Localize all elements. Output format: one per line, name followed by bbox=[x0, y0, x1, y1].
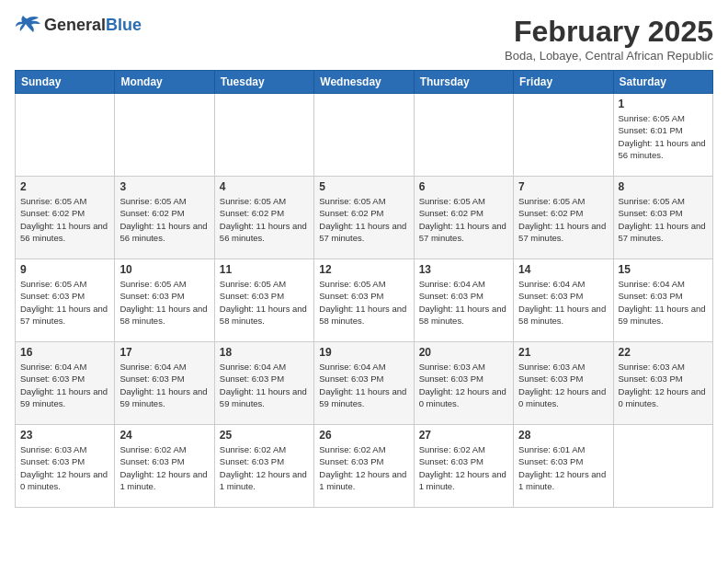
day-info: Sunrise: 6:05 AM Sunset: 6:01 PM Dayligh… bbox=[619, 112, 708, 161]
day-info: Sunrise: 6:04 AM Sunset: 6:03 PM Dayligh… bbox=[419, 278, 508, 327]
calendar-cell: 16Sunrise: 6:04 AM Sunset: 6:03 PM Dayli… bbox=[16, 342, 115, 425]
calendar-cell: 9Sunrise: 6:05 AM Sunset: 6:03 PM Daylig… bbox=[16, 259, 115, 342]
calendar-cell bbox=[16, 94, 115, 177]
day-info: Sunrise: 6:05 AM Sunset: 6:03 PM Dayligh… bbox=[220, 278, 309, 327]
logo-text: GeneralBlue bbox=[44, 16, 142, 35]
calendar-cell: 21Sunrise: 6:03 AM Sunset: 6:03 PM Dayli… bbox=[514, 342, 613, 425]
calendar-cell: 15Sunrise: 6:04 AM Sunset: 6:03 PM Dayli… bbox=[613, 259, 712, 342]
day-info: Sunrise: 6:05 AM Sunset: 6:03 PM Dayligh… bbox=[319, 278, 408, 327]
day-info: Sunrise: 6:05 AM Sunset: 6:02 PM Dayligh… bbox=[319, 195, 408, 244]
calendar-week-row: 2Sunrise: 6:05 AM Sunset: 6:02 PM Daylig… bbox=[16, 177, 713, 259]
day-number: 22 bbox=[619, 346, 708, 359]
day-info: Sunrise: 6:02 AM Sunset: 6:03 PM Dayligh… bbox=[419, 443, 508, 492]
day-number: 16 bbox=[20, 346, 109, 359]
calendar-cell: 3Sunrise: 6:05 AM Sunset: 6:02 PM Daylig… bbox=[115, 177, 214, 259]
day-info: Sunrise: 6:04 AM Sunset: 6:03 PM Dayligh… bbox=[518, 278, 608, 327]
weekday-header: Saturday bbox=[613, 71, 712, 94]
calendar-cell: 8Sunrise: 6:05 AM Sunset: 6:03 PM Daylig… bbox=[613, 177, 712, 259]
day-info: Sunrise: 6:01 AM Sunset: 6:03 PM Dayligh… bbox=[518, 443, 608, 492]
day-number: 25 bbox=[220, 429, 309, 442]
location-title: Boda, Lobaye, Central African Republic bbox=[505, 49, 713, 63]
calendar-cell: 24Sunrise: 6:02 AM Sunset: 6:03 PM Dayli… bbox=[115, 425, 214, 508]
calendar-cell: 19Sunrise: 6:04 AM Sunset: 6:03 PM Dayli… bbox=[314, 342, 414, 425]
calendar-header-row: SundayMondayTuesdayWednesdayThursdayFrid… bbox=[16, 71, 713, 94]
weekday-header: Monday bbox=[115, 71, 214, 94]
day-number: 28 bbox=[518, 429, 608, 442]
day-info: Sunrise: 6:05 AM Sunset: 6:03 PM Dayligh… bbox=[119, 278, 209, 327]
day-number: 19 bbox=[319, 346, 408, 359]
month-title: February 2025 bbox=[505, 15, 713, 49]
day-number: 5 bbox=[319, 180, 408, 193]
day-info: Sunrise: 6:04 AM Sunset: 6:03 PM Dayligh… bbox=[619, 278, 708, 327]
calendar-cell: 1Sunrise: 6:05 AM Sunset: 6:01 PM Daylig… bbox=[613, 94, 712, 177]
calendar-cell bbox=[414, 94, 513, 177]
calendar-cell: 10Sunrise: 6:05 AM Sunset: 6:03 PM Dayli… bbox=[115, 259, 214, 342]
calendar-cell: 7Sunrise: 6:05 AM Sunset: 6:02 PM Daylig… bbox=[514, 177, 613, 259]
day-number: 15 bbox=[619, 263, 708, 276]
day-number: 27 bbox=[419, 429, 508, 442]
day-number: 17 bbox=[119, 346, 209, 359]
day-number: 9 bbox=[20, 263, 109, 276]
calendar-cell bbox=[514, 94, 613, 177]
day-number: 26 bbox=[319, 429, 408, 442]
calendar-cell: 18Sunrise: 6:04 AM Sunset: 6:03 PM Dayli… bbox=[214, 342, 313, 425]
day-info: Sunrise: 6:04 AM Sunset: 6:03 PM Dayligh… bbox=[319, 361, 408, 409]
calendar-cell: 13Sunrise: 6:04 AM Sunset: 6:03 PM Dayli… bbox=[414, 259, 513, 342]
logo-general: General bbox=[44, 16, 106, 34]
day-number: 10 bbox=[119, 263, 209, 276]
day-number: 21 bbox=[518, 346, 608, 359]
calendar-week-row: 1Sunrise: 6:05 AM Sunset: 6:01 PM Daylig… bbox=[16, 94, 713, 177]
day-number: 13 bbox=[419, 263, 508, 276]
logo-blue: Blue bbox=[106, 16, 142, 34]
day-number: 12 bbox=[319, 263, 408, 276]
weekday-header: Thursday bbox=[414, 71, 513, 94]
weekday-header: Sunday bbox=[16, 71, 115, 94]
calendar-cell: 6Sunrise: 6:05 AM Sunset: 6:02 PM Daylig… bbox=[414, 177, 513, 259]
day-info: Sunrise: 6:05 AM Sunset: 6:02 PM Dayligh… bbox=[419, 195, 508, 244]
calendar-cell: 20Sunrise: 6:03 AM Sunset: 6:03 PM Dayli… bbox=[414, 342, 513, 425]
logo-bird-icon bbox=[15, 15, 40, 35]
page-header: GeneralBlue February 2025 Boda, Lobaye, … bbox=[15, 15, 713, 63]
day-info: Sunrise: 6:05 AM Sunset: 6:03 PM Dayligh… bbox=[20, 278, 109, 327]
calendar-cell bbox=[613, 425, 712, 508]
calendar-cell: 14Sunrise: 6:04 AM Sunset: 6:03 PM Dayli… bbox=[514, 259, 613, 342]
day-info: Sunrise: 6:02 AM Sunset: 6:03 PM Dayligh… bbox=[319, 443, 408, 492]
calendar-cell: 4Sunrise: 6:05 AM Sunset: 6:02 PM Daylig… bbox=[214, 177, 313, 259]
day-info: Sunrise: 6:05 AM Sunset: 6:03 PM Dayligh… bbox=[619, 195, 708, 244]
day-number: 4 bbox=[220, 180, 309, 193]
calendar-cell: 27Sunrise: 6:02 AM Sunset: 6:03 PM Dayli… bbox=[414, 425, 513, 508]
calendar-cell: 22Sunrise: 6:03 AM Sunset: 6:03 PM Dayli… bbox=[613, 342, 712, 425]
day-info: Sunrise: 6:04 AM Sunset: 6:03 PM Dayligh… bbox=[20, 361, 109, 409]
day-number: 2 bbox=[20, 180, 109, 193]
day-info: Sunrise: 6:05 AM Sunset: 6:02 PM Dayligh… bbox=[119, 195, 209, 244]
day-number: 1 bbox=[619, 98, 708, 110]
day-info: Sunrise: 6:03 AM Sunset: 6:03 PM Dayligh… bbox=[20, 443, 109, 492]
calendar-week-row: 9Sunrise: 6:05 AM Sunset: 6:03 PM Daylig… bbox=[16, 259, 713, 342]
day-number: 11 bbox=[220, 263, 309, 276]
day-number: 8 bbox=[619, 180, 708, 193]
day-number: 6 bbox=[419, 180, 508, 193]
day-info: Sunrise: 6:04 AM Sunset: 6:03 PM Dayligh… bbox=[119, 361, 209, 409]
day-number: 20 bbox=[419, 346, 508, 359]
day-info: Sunrise: 6:04 AM Sunset: 6:03 PM Dayligh… bbox=[220, 361, 309, 409]
calendar-cell: 26Sunrise: 6:02 AM Sunset: 6:03 PM Dayli… bbox=[314, 425, 414, 508]
calendar-cell: 2Sunrise: 6:05 AM Sunset: 6:02 PM Daylig… bbox=[16, 177, 115, 259]
calendar-cell: 25Sunrise: 6:02 AM Sunset: 6:03 PM Dayli… bbox=[214, 425, 313, 508]
day-info: Sunrise: 6:03 AM Sunset: 6:03 PM Dayligh… bbox=[619, 361, 708, 409]
calendar-cell: 12Sunrise: 6:05 AM Sunset: 6:03 PM Dayli… bbox=[314, 259, 414, 342]
day-number: 18 bbox=[220, 346, 309, 359]
calendar-cell bbox=[214, 94, 313, 177]
calendar-cell: 5Sunrise: 6:05 AM Sunset: 6:02 PM Daylig… bbox=[314, 177, 414, 259]
day-info: Sunrise: 6:03 AM Sunset: 6:03 PM Dayligh… bbox=[518, 361, 608, 409]
calendar-table: SundayMondayTuesdayWednesdayThursdayFrid… bbox=[15, 70, 713, 508]
calendar-cell bbox=[115, 94, 214, 177]
title-area: February 2025 Boda, Lobaye, Central Afri… bbox=[505, 15, 713, 63]
day-number: 23 bbox=[20, 429, 109, 442]
day-info: Sunrise: 6:03 AM Sunset: 6:03 PM Dayligh… bbox=[419, 361, 508, 409]
calendar-cell bbox=[314, 94, 414, 177]
calendar-week-row: 23Sunrise: 6:03 AM Sunset: 6:03 PM Dayli… bbox=[16, 425, 713, 508]
day-info: Sunrise: 6:05 AM Sunset: 6:02 PM Dayligh… bbox=[518, 195, 608, 244]
calendar-week-row: 16Sunrise: 6:04 AM Sunset: 6:03 PM Dayli… bbox=[16, 342, 713, 425]
calendar-cell: 28Sunrise: 6:01 AM Sunset: 6:03 PM Dayli… bbox=[514, 425, 613, 508]
logo: GeneralBlue bbox=[15, 15, 142, 35]
